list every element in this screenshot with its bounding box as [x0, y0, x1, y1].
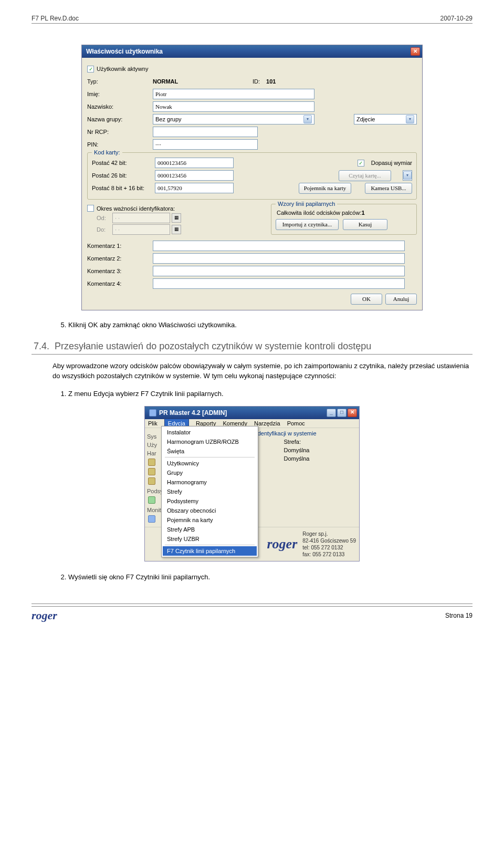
- lastname-input[interactable]: [153, 101, 314, 112]
- menu-item[interactable]: Strefy: [163, 487, 257, 496]
- card-code-fieldset: Kod karty: Postać 42 bit: ✓ Dopasuj wymi…: [87, 152, 417, 200]
- menu-item-f7-selected[interactable]: F7 Czytnik linii papilarnych: [163, 546, 257, 556]
- group-label: Nazwa grupy:: [87, 116, 153, 122]
- menu-item[interactable]: Instalator: [163, 428, 257, 437]
- menu-plik[interactable]: Plik: [148, 420, 158, 426]
- addr-line: fax: 055 272 0133: [302, 551, 356, 558]
- rcp-label: Nr RCP:: [87, 129, 153, 135]
- section-heading: 7.4. Przesyłanie ustawień do pozostałych…: [34, 341, 472, 352]
- menu-item[interactable]: Użytkownicy: [163, 459, 257, 468]
- fingerprint-count-label: Całkowita ilość odcisków palców:: [277, 210, 361, 216]
- chevron-down-icon[interactable]: ▾: [303, 115, 312, 123]
- menu-item[interactable]: Grupy: [163, 468, 257, 477]
- p816-label: Postać 8 bit + 16 bit:: [92, 185, 151, 191]
- delete-button[interactable]: Kasuj: [343, 219, 387, 230]
- p26-label: Postać 26 bit:: [92, 172, 151, 179]
- active-checkbox[interactable]: ✓: [87, 66, 94, 72]
- step-2-text: Wyświetli się okno F7 Czytniki linii pap…: [52, 572, 472, 582]
- menu-item[interactable]: Obszary obecności: [163, 506, 257, 515]
- from-date-input[interactable]: · ·: [112, 213, 170, 223]
- comment2-label: Komentarz 2:: [87, 255, 153, 262]
- comment3-label: Komentarz 3:: [87, 268, 153, 274]
- cancel-button[interactable]: Anuluj: [385, 294, 417, 305]
- type-label: Typ:: [87, 78, 153, 85]
- dialog-titlebar[interactable]: Właściwości użytkownika ✕: [82, 45, 422, 58]
- close-icon[interactable]: ✕: [411, 47, 420, 56]
- section-paragraph: Aby wprowadzone wzory odcisków palców ob…: [52, 361, 472, 381]
- step-5-text: Kliknij OK aby zamknąć okno Właściwości …: [52, 320, 472, 330]
- folder-icon: [148, 468, 155, 475]
- id-label: ID:: [253, 78, 260, 85]
- maximize-icon[interactable]: □: [337, 409, 346, 417]
- step-1-text: Z menu Edycja wybierz F7 Czytnik linii p…: [52, 389, 472, 399]
- type-value: NORMAL: [153, 78, 253, 85]
- dialog-title: Właściwości użytkownika: [86, 48, 163, 55]
- card-code-legend: Kod karty:: [92, 149, 122, 155]
- chevron-down-icon[interactable]: ▾: [406, 115, 414, 123]
- p816-input[interactable]: [155, 183, 234, 193]
- import-reader-button[interactable]: Importuj z czytnika...: [276, 219, 339, 230]
- folder-icon: [148, 496, 155, 504]
- calendar-icon[interactable]: ▦: [172, 225, 181, 234]
- usb-camera-button[interactable]: Kamera USB...: [365, 183, 412, 194]
- p42-label: Postać 42 bit:: [92, 160, 151, 166]
- fingerprints-fieldset: Wzory linii papilarnych Całkowita ilość …: [271, 204, 417, 235]
- col-strefa: Strefa:: [282, 438, 355, 446]
- fit-label: Dopasuj wymiar: [371, 160, 412, 166]
- prmaster-title: PR Master 4.2 [ADMIN]: [159, 409, 227, 417]
- p26-input[interactable]: [155, 170, 234, 181]
- edycja-dropdown: Instalator Harmonogram UZBR/ROZB Święta …: [161, 426, 258, 557]
- p42-input[interactable]: [155, 158, 234, 168]
- pin-label: PIN:: [87, 141, 153, 148]
- comment4-input[interactable]: [153, 278, 405, 289]
- addr-line: Roger sp.j.: [302, 530, 356, 537]
- roger-logo: roger: [32, 609, 57, 622]
- header-rule: [32, 23, 472, 24]
- menu-item[interactable]: Harmonogram UZBR/ROZB: [163, 437, 257, 446]
- menu-item[interactable]: Harmonogramy: [163, 477, 257, 487]
- menu-separator: [165, 545, 255, 545]
- group-value: Bez grupy: [155, 116, 182, 122]
- chevron-down-icon[interactable]: ▾: [403, 171, 412, 180]
- fit-checkbox[interactable]: ✓: [358, 160, 364, 167]
- close-icon[interactable]: ✕: [348, 409, 357, 417]
- photo-combo[interactable]: Zdjęcie ▾: [354, 114, 417, 124]
- menu-item[interactable]: Pojemnik na karty: [163, 515, 257, 525]
- fingerprint-count-value: 1: [361, 210, 364, 216]
- comment2-input[interactable]: [153, 253, 405, 264]
- comment1-input[interactable]: [153, 241, 405, 251]
- menu-item[interactable]: Podsystemy: [163, 496, 257, 506]
- menu-pomoc[interactable]: Pomoc: [287, 420, 305, 426]
- comment4-label: Komentarz 4:: [87, 280, 153, 287]
- from-label: Od:: [97, 215, 112, 221]
- calendar-icon[interactable]: ▦: [172, 213, 181, 223]
- minimize-icon[interactable]: _: [327, 409, 336, 417]
- menu-item[interactable]: Strefy APB: [163, 525, 257, 534]
- roger-logo: roger: [267, 536, 297, 552]
- photo-label: Zdjęcie: [356, 116, 375, 122]
- menu-item[interactable]: Święta: [163, 446, 257, 456]
- doc-header-right: 2007-10-29: [440, 15, 472, 22]
- folder-icon: [148, 477, 155, 485]
- section-rule: [32, 354, 472, 355]
- group-combo[interactable]: Bez grupy ▾: [153, 114, 314, 124]
- validity-checkbox[interactable]: [87, 205, 94, 212]
- pin-input[interactable]: [153, 139, 258, 150]
- prmaster-titlebar[interactable]: PR Master 4.2 [ADMIN] _ □ ✕: [145, 407, 359, 419]
- ok-button[interactable]: OK: [351, 294, 382, 305]
- user-properties-dialog: Właściwości użytkownika ✕ ✓ Użytkownik a…: [81, 45, 423, 310]
- rcp-input[interactable]: [153, 127, 258, 137]
- firstname-input[interactable]: [153, 89, 314, 99]
- id-value: 101: [266, 78, 276, 85]
- comment3-input[interactable]: [153, 266, 405, 276]
- doc-footer: roger Strona 19: [32, 604, 472, 622]
- read-card-combo[interactable]: ▾: [403, 170, 412, 181]
- app-icon: [149, 409, 156, 417]
- to-date-input[interactable]: · ·: [112, 224, 170, 235]
- card-container-button[interactable]: Pojemnik na karty: [299, 183, 351, 194]
- lastname-label: Nazwisko:: [87, 103, 153, 110]
- to-label: Do:: [97, 226, 112, 233]
- menu-item[interactable]: Strefy UZBR: [163, 534, 257, 544]
- menu-separator: [165, 457, 255, 457]
- read-card-button[interactable]: Czytaj kartę...: [339, 170, 391, 181]
